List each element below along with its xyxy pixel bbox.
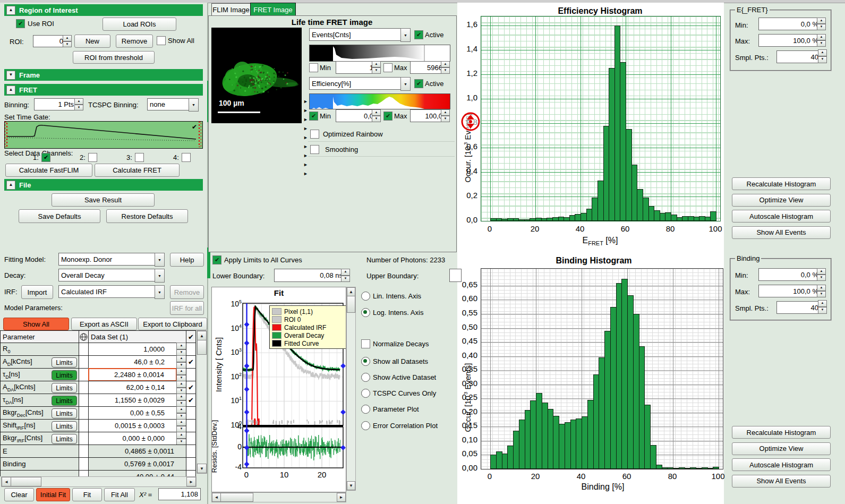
layer2-active-checkbox[interactable]: ✔ (414, 79, 423, 88)
layer2-max-spinner[interactable]: ▲▼ (441, 109, 450, 122)
chevron-down-icon[interactable]: ▼ (400, 28, 411, 42)
binding-min-field[interactable]: 0,0 % (758, 268, 821, 281)
chevron-down-icon[interactable]: ▼ (155, 285, 165, 299)
tab-flim-image[interactable]: FLIM Image (211, 3, 251, 16)
initial-fit-button[interactable]: Initial Fit (36, 488, 70, 501)
layer2-max-checkbox[interactable]: ✔ (383, 112, 392, 121)
roi-section-header[interactable]: ▲ Region of Interest (4, 4, 203, 16)
irf-for-all-button[interactable]: IRF for all (170, 301, 204, 315)
option-radio[interactable] (361, 308, 370, 317)
roi-spinner[interactable]: ▲▼ (63, 35, 72, 47)
file-section-header[interactable]: ▲ File (4, 179, 203, 191)
scrollbar-thumb[interactable] (197, 340, 207, 355)
splitter-arrow-icon[interactable]: ► (303, 153, 308, 158)
scrollbar-thumb[interactable] (220, 493, 253, 502)
efret-max-field[interactable]: 100,0 % (758, 34, 821, 47)
scroll-right-icon[interactable]: ► (337, 493, 346, 502)
use-roi-checkbox[interactable]: ✔ (16, 19, 25, 28)
splitter-arrow-icon[interactable]: ► (303, 135, 308, 140)
binding-optimize-view-button[interactable]: Optimize View (732, 442, 831, 455)
decay-dropdown[interactable]: Overall Decay (58, 269, 160, 281)
save-result-button[interactable]: Save Result (52, 193, 155, 207)
value-spinner[interactable]: ▲▼ (176, 368, 186, 381)
scroll-down-icon[interactable]: ▼ (347, 481, 355, 490)
limits-button[interactable]: Limits (52, 434, 77, 444)
scrollbar-thumb[interactable] (347, 296, 355, 313)
efret-recalculate-histogram-button[interactable]: Recalculate Histogram (732, 177, 831, 190)
limits-button[interactable]: Limits (52, 421, 77, 431)
layer1-min-checkbox[interactable] (309, 63, 318, 72)
limits-button[interactable]: Limits (52, 370, 77, 380)
export-ascii-button[interactable]: Export as ASCII (71, 318, 137, 330)
value-spinner[interactable]: ▲▼ (176, 355, 186, 369)
value-spinner[interactable]: ▲▼ (176, 343, 186, 356)
clear-button[interactable]: Clear (4, 488, 34, 501)
binding-min-spinner[interactable]: ▲▼ (817, 268, 826, 281)
flim-cell-image[interactable]: 100 µm (211, 28, 302, 123)
binding-smpl-spinner[interactable]: ▲▼ (818, 300, 827, 314)
binding-autoscale-histogram-button[interactable]: Autoscale Histogram (732, 458, 831, 471)
fit-button[interactable]: Fit (72, 488, 102, 501)
limits-button[interactable]: Limits (52, 396, 77, 406)
value-spinner[interactable]: ▲▼ (176, 394, 186, 407)
expand-icon[interactable]: ▼ (6, 71, 15, 80)
option-radio[interactable] (361, 405, 370, 414)
fit-vertical-scrollbar[interactable]: ▲ ▼ (346, 287, 356, 491)
chevron-down-icon[interactable]: ▼ (155, 269, 165, 283)
irf-remove-button[interactable]: Remove (170, 285, 204, 299)
binding-max-spinner[interactable]: ▲▼ (817, 285, 826, 297)
roi-number-field[interactable]: 0 (33, 35, 66, 47)
scroll-down-icon[interactable]: ▼ (197, 464, 207, 473)
layer2-dropdown[interactable]: Efficiency[%] (309, 77, 406, 90)
value-spinner[interactable]: ▲▼ (176, 432, 186, 445)
channel-checkbox[interactable] (88, 153, 97, 162)
irf-import-button[interactable]: Import (21, 285, 53, 299)
show-all-button[interactable]: Show All (3, 318, 69, 330)
efret-min-field[interactable]: 0,0 % (758, 18, 821, 30)
limits-button[interactable]: Limits (52, 357, 77, 368)
irf-dropdown[interactable]: Calculated IRF (58, 285, 160, 298)
chevron-down-icon[interactable]: ▼ (155, 253, 165, 267)
layer2-min-field[interactable]: 0,0 (336, 109, 376, 122)
new-roi-button[interactable]: New (74, 35, 110, 48)
scrollbar-thumb[interactable] (11, 477, 41, 486)
binning-spinner[interactable]: ▲▼ (74, 98, 83, 110)
layer1-max-field[interactable]: 5966 (410, 61, 445, 74)
table-vertical-scrollbar[interactable]: ▲ ▼ (197, 330, 207, 474)
efret-optimize-view-button[interactable]: Optimize View (732, 194, 831, 207)
fit-all-button[interactable]: Fit All (104, 488, 135, 501)
option-radio[interactable] (361, 357, 370, 366)
splitter-arrow-icon[interactable]: ► (303, 171, 308, 176)
show-all-rois-checkbox[interactable] (157, 36, 166, 45)
option-radio[interactable] (361, 421, 370, 430)
roi-from-threshold-button[interactable]: ROI from threshold (73, 51, 155, 64)
apply-limits-checkbox[interactable]: ✔ (212, 255, 221, 264)
binding-show-all-events-button[interactable]: Show All Events (732, 475, 831, 488)
scroll-right-icon[interactable]: ► (186, 477, 196, 486)
binning-field[interactable]: 1 Pts (34, 98, 76, 110)
binding-smpl-field[interactable]: 40 (776, 301, 821, 314)
layer1-min-spinner[interactable]: ▲▼ (372, 61, 381, 74)
collapse-icon[interactable]: ▲ (6, 6, 15, 15)
splitter-arrow-icon[interactable]: ► (303, 126, 308, 131)
scroll-up-icon[interactable]: ▲ (347, 287, 355, 296)
option-radio[interactable] (361, 292, 370, 301)
efret-smpl-field[interactable]: 40 (776, 50, 821, 63)
time-gate-widget[interactable]: ✔ (4, 121, 203, 149)
efret-min-spinner[interactable]: ▲▼ (817, 18, 826, 30)
layer1-active-checkbox[interactable]: ✔ (414, 30, 423, 39)
collapse-icon[interactable]: ▲ (6, 86, 15, 95)
fit-plot[interactable]: Fit10510410310210110040-401020Intensity … (211, 287, 346, 492)
scroll-left-icon[interactable]: ◄ (2, 477, 11, 486)
efret-max-spinner[interactable]: ▲▼ (817, 34, 826, 47)
restore-defaults-button[interactable]: Restore Defaults (106, 209, 188, 223)
binding-max-field[interactable]: 100,0 % (758, 285, 821, 297)
option-checkbox[interactable] (361, 339, 370, 348)
chevron-down-icon[interactable]: ▼ (400, 77, 411, 91)
frame-section-header[interactable]: ▼ Frame (4, 69, 203, 81)
lower-boundary-field[interactable]: 0,08 ns (274, 269, 345, 282)
fret-section-header[interactable]: ▲ FRET (4, 84, 203, 96)
events-colorbar[interactable] (309, 45, 450, 62)
smoothing-checkbox[interactable] (310, 145, 319, 154)
layer1-max-checkbox[interactable] (383, 63, 392, 72)
